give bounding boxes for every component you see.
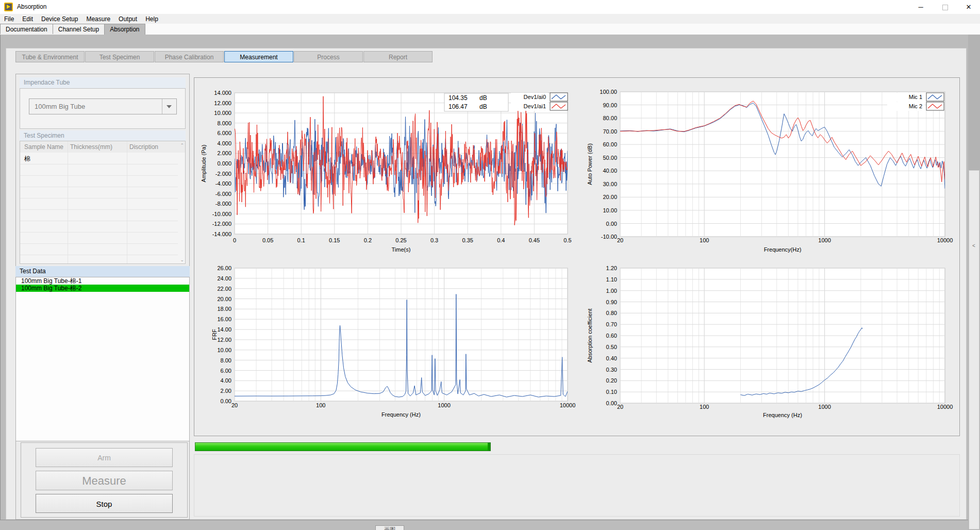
tab-absorption[interactable]: Absorption xyxy=(104,24,145,35)
chart-frf: 26.0024.0022.0020.0018.0016.0014.0012.00… xyxy=(211,265,575,418)
subtab-process[interactable]: Process xyxy=(294,51,363,62)
table-row-line xyxy=(20,198,178,198)
svg-text:4.00: 4.00 xyxy=(221,377,231,384)
svg-text:100: 100 xyxy=(700,237,709,243)
svg-text:10000: 10000 xyxy=(560,402,576,408)
svg-text:6.00: 6.00 xyxy=(221,368,231,374)
test-specimen-header: Test Specimen xyxy=(20,130,186,141)
test-data-list[interactable]: 100mm Big Tube-棉-1100mm Big Tube-棉-2 xyxy=(15,277,190,441)
minimize-button[interactable]: ─ xyxy=(909,0,933,14)
table-row-line xyxy=(20,164,178,164)
svg-text:dB: dB xyxy=(479,94,487,102)
test-data-item-selected[interactable]: 100mm Big Tube-棉-2 xyxy=(16,285,189,292)
tab-documentation[interactable]: Documentation xyxy=(0,24,53,34)
svg-text:20.00: 20.00 xyxy=(217,296,231,302)
table-row-line xyxy=(20,209,178,210)
svg-text:60.00: 60.00 xyxy=(603,141,617,147)
svg-text:0.1: 0.1 xyxy=(297,237,305,243)
svg-text:12.000: 12.000 xyxy=(214,100,231,106)
svg-text:20.00: 20.00 xyxy=(603,194,617,200)
svg-text:-4.000: -4.000 xyxy=(215,180,231,187)
tab-drawing-partial[interactable]: 画图 xyxy=(375,525,404,530)
svg-text:0.00: 0.00 xyxy=(606,400,617,406)
column-header-discription: Discription xyxy=(129,143,158,151)
subtab-report[interactable]: Report xyxy=(363,51,433,62)
specimen-sample-name-cell[interactable]: 棉 xyxy=(24,155,30,163)
svg-text:10000: 10000 xyxy=(937,237,953,243)
window-title: Absorption xyxy=(17,3,46,10)
svg-text:-14.000: -14.000 xyxy=(212,231,231,237)
menu-help[interactable]: Help xyxy=(141,14,162,24)
stop-button[interactable]: Stop xyxy=(36,494,173,513)
scroll-down-icon[interactable]: ⌄ xyxy=(180,257,184,262)
subtab-tube-environment[interactable]: Tube & Environment xyxy=(15,51,85,62)
test-specimen-table-header: Sample NameThickness(mm)Discription xyxy=(20,141,185,153)
svg-text:-8.000: -8.000 xyxy=(215,201,231,207)
svg-text:0.00: 0.00 xyxy=(221,398,231,404)
svg-text:30.00: 30.00 xyxy=(603,181,617,187)
chevron-down-icon[interactable] xyxy=(162,99,176,114)
svg-text:0.5: 0.5 xyxy=(563,237,571,243)
collapse-left-icon[interactable]: < xyxy=(972,243,975,249)
svg-text:-10.000: -10.000 xyxy=(212,211,231,217)
svg-text:40.00: 40.00 xyxy=(603,168,617,174)
menu-edit[interactable]: Edit xyxy=(18,14,37,24)
maximize-button[interactable] xyxy=(933,0,957,14)
table-row-line xyxy=(20,175,178,176)
svg-text:-10.00: -10.00 xyxy=(601,234,617,240)
svg-text:1.10: 1.10 xyxy=(606,276,617,283)
menu-file[interactable]: File xyxy=(0,14,18,24)
svg-text:14.000: 14.000 xyxy=(214,90,231,96)
menu-measure[interactable]: Measure xyxy=(82,14,114,24)
column-header-sample-name: Sample Name xyxy=(24,143,63,151)
chart-absorption-coefficient: 1.201.101.000.900.800.700.600.500.400.30… xyxy=(587,265,953,418)
svg-text:14.00: 14.00 xyxy=(217,326,231,333)
svg-text:Absorption coefficient: Absorption coefficient xyxy=(587,309,593,363)
scrollbar-thumb[interactable]: < xyxy=(969,170,979,529)
svg-text:Amplitude (Pa): Amplitude (Pa) xyxy=(201,145,207,183)
table-row-line xyxy=(20,232,178,233)
svg-text:Frequency(Hz): Frequency(Hz) xyxy=(764,246,802,253)
menu-device-setup[interactable]: Device Setup xyxy=(37,14,82,24)
svg-text:0.45: 0.45 xyxy=(529,237,540,243)
subtab-phase-calibration[interactable]: Phase Calibration xyxy=(155,51,224,62)
test-specimen-table[interactable]: Sample NameThickness(mm)Discription 棉 ⌃ … xyxy=(20,141,186,264)
main-tab-strip: DocumentationChannel SetupAbsorption xyxy=(0,24,980,35)
svg-text:100: 100 xyxy=(316,402,325,408)
svg-text:0.35: 0.35 xyxy=(462,237,473,243)
svg-text:10000: 10000 xyxy=(937,404,953,410)
svg-text:Frequency (Hz): Frequency (Hz) xyxy=(763,412,802,418)
svg-text:26.00: 26.00 xyxy=(217,265,231,271)
title-bar: Absorption ─ ✕ xyxy=(0,0,980,14)
progress-bar xyxy=(195,442,491,451)
charts-canvas: 14.00012.00010.0008.0006.0004.0002.0000.… xyxy=(194,78,959,436)
impedance-tube-dropdown[interactable]: 100mm Big Tube xyxy=(29,98,177,114)
table-row-line xyxy=(20,243,178,244)
table-row-line xyxy=(20,255,178,255)
svg-text:18.00: 18.00 xyxy=(217,306,231,312)
subtab-measurement[interactable]: Measurement xyxy=(224,51,293,62)
tab-channel-setup[interactable]: Channel Setup xyxy=(53,24,105,34)
vertical-scrollbar[interactable]: < xyxy=(968,35,980,530)
maximize-icon xyxy=(942,5,948,10)
test-data-item[interactable]: 100mm Big Tube-棉-1 xyxy=(16,277,189,285)
svg-text:Mic 1: Mic 1 xyxy=(909,94,922,100)
svg-text:2.000: 2.000 xyxy=(217,150,231,156)
subtab-test-specimen[interactable]: Test Specimen xyxy=(85,51,154,62)
svg-text:90.00: 90.00 xyxy=(603,102,617,108)
svg-text:0.00: 0.00 xyxy=(606,221,617,227)
svg-text:Dev1/ai1: Dev1/ai1 xyxy=(524,103,546,109)
svg-text:22.00: 22.00 xyxy=(217,286,231,292)
close-button[interactable]: ✕ xyxy=(957,0,980,14)
chart-time-waveform: 14.00012.00010.0008.0006.0004.0002.0000.… xyxy=(201,90,572,253)
menu-output[interactable]: Output xyxy=(114,14,141,24)
svg-text:1000: 1000 xyxy=(818,237,830,243)
scroll-up-icon[interactable]: ⌃ xyxy=(180,143,184,148)
svg-text:6.000: 6.000 xyxy=(217,130,231,136)
column-header-thickness-mm: Thickness(mm) xyxy=(70,143,112,151)
svg-text:0: 0 xyxy=(233,237,236,243)
svg-text:Dev1/ai0: Dev1/ai0 xyxy=(524,94,546,100)
svg-text:1.20: 1.20 xyxy=(606,265,617,271)
svg-text:0.15: 0.15 xyxy=(329,237,340,243)
svg-text:1000: 1000 xyxy=(818,404,830,410)
